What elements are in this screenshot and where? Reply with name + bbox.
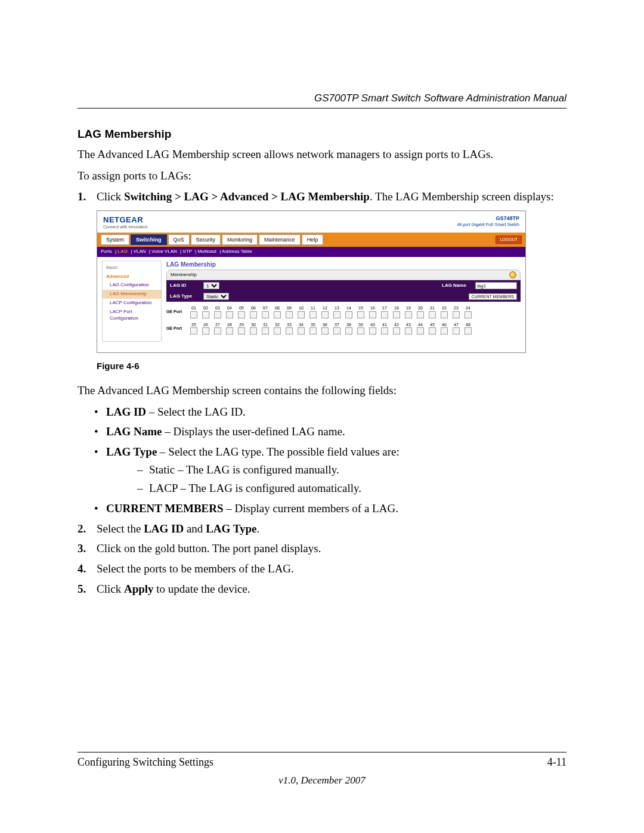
field-lagid: LAG ID – Select the LAG ID. (78, 404, 566, 420)
port-number: 05 (237, 305, 246, 311)
port-checkbox[interactable] (345, 311, 352, 318)
port-checkbox[interactable] (226, 327, 233, 335)
nav-advanced[interactable]: Advanced (103, 272, 161, 281)
subtab-stp[interactable]: STP (182, 249, 192, 254)
port-checkbox[interactable] (190, 327, 197, 335)
port-checkbox[interactable] (286, 327, 293, 335)
tab-monitoring[interactable]: Monitoring (222, 234, 258, 245)
step-2: Select the LAG ID and LAG Type. (78, 521, 566, 537)
port-checkbox[interactable] (298, 327, 305, 335)
port-number: 21 (428, 305, 437, 311)
port-checkbox[interactable] (405, 327, 412, 335)
port-number: 48 (463, 322, 473, 327)
port-checkbox[interactable] (202, 311, 209, 318)
port-number: 27 (213, 322, 222, 327)
subtab-ports[interactable]: Ports (101, 249, 112, 254)
port-checkbox[interactable] (357, 327, 364, 335)
port-checkbox[interactable] (381, 327, 388, 335)
port-number: 19 (404, 305, 413, 311)
port-checkbox[interactable] (274, 311, 281, 318)
port-checkbox[interactable] (453, 311, 460, 318)
subtab-addresstable[interactable]: Address Table (222, 249, 252, 254)
port-cell: 08 (273, 305, 282, 318)
port-checkbox[interactable] (298, 311, 305, 318)
port-checkbox[interactable] (250, 311, 257, 318)
port-checkbox[interactable] (465, 327, 472, 335)
lagtype-select[interactable]: Static (203, 293, 229, 300)
field-cm-b: CURRENT MEMBERS (106, 502, 224, 515)
tab-security[interactable]: Security (191, 234, 221, 245)
port-cell: 22 (439, 305, 449, 318)
step5-pre: Click (97, 583, 124, 595)
port-checkbox[interactable] (309, 327, 317, 335)
field-lagid-t: – Select the LAG ID. (146, 405, 246, 418)
logout-button[interactable]: LOGOUT (496, 236, 522, 243)
nav-lacp-config[interactable]: LACP Configuration (103, 299, 161, 308)
subtab-lag[interactable]: LAG (117, 249, 128, 254)
port-checkbox[interactable] (274, 327, 281, 335)
port-checkbox[interactable] (190, 311, 197, 318)
port-checkbox[interactable] (417, 311, 424, 318)
port-cell: 39 (356, 322, 366, 335)
netgear-tagline: Connect with Innovation (103, 224, 148, 230)
port-checkbox[interactable] (226, 311, 233, 318)
port-checkbox[interactable] (393, 327, 400, 335)
port-checkbox[interactable] (333, 327, 340, 335)
footer-version: v1.0, December 2007 (78, 775, 566, 786)
port-checkbox[interactable] (333, 311, 340, 318)
port-checkbox[interactable] (238, 327, 245, 335)
port-checkbox[interactable] (417, 327, 424, 335)
port-checkbox[interactable] (405, 311, 412, 318)
port-checkbox[interactable] (202, 327, 209, 335)
port-cell: 33 (284, 322, 294, 335)
port-checkbox[interactable] (393, 311, 400, 318)
port-number: 06 (249, 305, 258, 311)
port-checkbox[interactable] (381, 311, 388, 318)
port-cell: 46 (439, 322, 449, 335)
port-cell: 42 (392, 322, 401, 335)
tab-qos[interactable]: QoS (168, 234, 190, 245)
nav-lag-config[interactable]: LAG Configuration (103, 281, 161, 290)
membership-label: Membership (171, 272, 197, 278)
port-checkbox[interactable] (250, 327, 257, 335)
port-checkbox[interactable] (214, 327, 221, 335)
port-cell: 10 (296, 305, 306, 318)
port-checkbox[interactable] (321, 311, 329, 318)
lagname-input[interactable] (475, 282, 517, 289)
port-checkbox[interactable] (465, 311, 472, 318)
port-checkbox[interactable] (453, 327, 460, 335)
port-checkbox[interactable] (238, 311, 245, 318)
port-checkbox[interactable] (429, 327, 436, 335)
port-checkbox[interactable] (357, 311, 364, 318)
port-checkbox[interactable] (345, 327, 352, 335)
gold-expand-button[interactable] (509, 271, 516, 278)
subtab-voicevlan[interactable]: Voice VLAN (151, 249, 177, 254)
port-number: 25 (189, 322, 199, 327)
nav-lacp-port-config[interactable]: LACP Port Configuration (103, 308, 161, 323)
port-checkbox[interactable] (369, 311, 376, 318)
step5-b: Apply (124, 583, 154, 595)
nav-basic[interactable]: Basic (103, 264, 161, 272)
tab-system[interactable]: System (101, 234, 129, 245)
screenshot-figure: NETGEAR Connect with Innovation GS748TP … (97, 210, 526, 353)
subtab-multicast[interactable]: Multicast (197, 249, 216, 254)
port-checkbox[interactable] (309, 311, 317, 318)
port-checkbox[interactable] (262, 311, 269, 318)
port-checkbox[interactable] (441, 327, 448, 335)
port-checkbox[interactable] (286, 311, 293, 318)
port-checkbox[interactable] (321, 327, 329, 335)
tab-help[interactable]: Help (302, 234, 324, 245)
nav-lag-membership[interactable]: LAG Membership (103, 290, 161, 299)
port-cell: 24 (463, 305, 473, 318)
port-checkbox[interactable] (369, 327, 376, 335)
current-members-button[interactable]: CURRENT MEMBERS (469, 293, 517, 300)
port-cell: 16 (368, 305, 377, 318)
port-checkbox[interactable] (262, 327, 269, 335)
port-checkbox[interactable] (214, 311, 221, 318)
tab-switching[interactable]: Switching (131, 234, 167, 245)
subtab-vlan[interactable]: VLAN (134, 249, 146, 254)
port-checkbox[interactable] (441, 311, 448, 318)
tab-maintenance[interactable]: Maintenance (259, 234, 301, 245)
lagid-select[interactable]: 1 (203, 282, 219, 289)
port-checkbox[interactable] (429, 311, 436, 318)
